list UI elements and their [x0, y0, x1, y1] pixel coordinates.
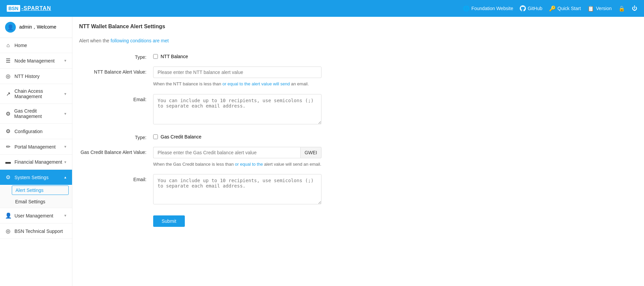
sidebar-item-label: Financial Management — [14, 159, 62, 165]
gas-balance-row: Gas Credit Balance Alert Value: GWEI Whe… — [79, 147, 637, 168]
chevron-down-icon: ▼ — [64, 145, 67, 149]
ntt-checkbox-label: NTT Balance — [161, 54, 188, 59]
ntt-email-row: Email: — [79, 94, 637, 125]
config-icon: ⚙ — [5, 128, 11, 134]
sidebar-item-bsn[interactable]: ◎ BSN Technical Support — [0, 223, 72, 239]
gas-balance-input[interactable] — [153, 147, 300, 158]
power-icon[interactable]: ⏻ — [632, 5, 637, 11]
user-icon: 👤 — [5, 212, 11, 219]
sidebar-item-label: Portal Management — [14, 144, 56, 150]
user-welcome: admin，Welcome — [19, 24, 56, 30]
ntt-icon: ◎ — [5, 73, 11, 79]
github-link[interactable]: GitHub — [520, 5, 542, 11]
sidebar-item-label: Node Management — [14, 58, 55, 64]
sidebar-item-label: NTT History — [14, 74, 39, 79]
sidebar-item-config[interactable]: ⚙ Configuration — [0, 124, 72, 139]
lock-icon[interactable]: 🔒 — [618, 5, 625, 12]
system-submenu: Alert Settings Email Settings — [0, 186, 72, 208]
sidebar-item-home[interactable]: ⌂ Home — [0, 38, 72, 53]
gas-email-control — [153, 174, 321, 205]
version-icon: 📋 — [587, 5, 594, 12]
ntt-type-row: Type: NTT Balance — [79, 52, 637, 60]
sidebar: 👤 admin，Welcome ⌂ Home ☰ Node Management — [0, 17, 72, 286]
sidebar-menu: ⌂ Home ☰ Node Management ▼ ◎ — [0, 38, 72, 239]
chevron-down-icon: ▼ — [64, 160, 67, 164]
gas-checkbox-label: Gas Credit Balance — [161, 134, 201, 139]
page-title: NTT Wallet Balance Alert Settings — [79, 24, 637, 33]
ntt-email-label: Email: — [79, 94, 153, 102]
chevron-down-icon: ▼ — [64, 92, 67, 96]
github-icon — [520, 5, 526, 11]
home-icon: ⌂ — [5, 42, 11, 48]
sidebar-item-node[interactable]: ☰ Node Management ▼ — [0, 53, 72, 69]
system-icon: ⚙ — [5, 174, 11, 180]
alert-settings-link[interactable]: Alert Settings — [12, 186, 69, 195]
sidebar-item-label: Gas Credit Management — [14, 108, 64, 119]
gas-balance-desc: When the Gas Credit balance is less than… — [153, 161, 321, 168]
gas-balance-input-group: GWEI — [153, 147, 321, 158]
header: BSN -SPARTAN 🌐 Foundation Website GitHub… — [0, 0, 644, 17]
gas-checkbox-row: Gas Credit Balance — [153, 132, 321, 139]
node-icon: ☰ — [5, 57, 11, 64]
ntt-checkbox-row: NTT Balance — [153, 52, 321, 59]
ntt-balance-input[interactable] — [153, 67, 321, 78]
gas-type-label: Type: — [79, 132, 153, 140]
chain-icon: ↗ — [5, 91, 11, 97]
sidebar-item-ntt[interactable]: ◎ NTT History — [0, 69, 72, 84]
layout: 👤 admin，Welcome ⌂ Home ☰ Node Management — [0, 17, 644, 286]
sidebar-item-gas[interactable]: ⚙ Gas Credit Management ▼ — [0, 104, 72, 124]
submenu-alert[interactable]: Alert Settings — [0, 186, 72, 195]
chevron-down-icon: ▼ — [64, 214, 67, 217]
ntt-email-textarea[interactable] — [153, 94, 321, 124]
portal-icon: ✏ — [5, 144, 11, 150]
gas-balance-control: GWEI When the Gas Credit balance is less… — [153, 147, 321, 168]
ntt-balance-checkbox[interactable] — [153, 54, 158, 59]
main-content: NTT Wallet Balance Alert Settings Alert … — [72, 17, 644, 286]
gas-balance-checkbox[interactable] — [153, 134, 158, 139]
ntt-type-control: NTT Balance — [153, 52, 321, 59]
gas-balance-label: Gas Credit Balance Alert Value: — [79, 147, 153, 155]
key-icon: 🔑 — [549, 5, 556, 12]
version-link[interactable]: 📋 Version — [587, 5, 612, 12]
type-label: Type: — [79, 52, 153, 60]
ntt-balance-label: NTT Balance Alert Value: — [79, 67, 153, 75]
gas-type-control: Gas Credit Balance — [153, 132, 321, 139]
alert-description: Alert when the following conditions are … — [79, 38, 637, 43]
avatar: 👤 — [5, 22, 16, 33]
sidebar-item-label: System Settings — [14, 175, 48, 180]
sidebar-item-chain[interactable]: ↗ Chain AccessManagement ▼ — [0, 84, 72, 104]
submit-button[interactable]: Submit — [153, 215, 185, 227]
gas-email-label: Email: — [79, 174, 153, 182]
foundation-website-link[interactable]: 🌐 Foundation Website — [463, 5, 513, 12]
gas-email-textarea[interactable] — [153, 174, 321, 204]
sidebar-item-user[interactable]: 👤 User Management ▼ — [0, 208, 72, 223]
logo-spartan: -SPARTAN — [22, 5, 51, 11]
logo-bsn: BSN — [7, 5, 20, 12]
chevron-up-icon: ▲ — [64, 175, 67, 179]
email-settings-link[interactable]: Email Settings — [0, 196, 72, 208]
submenu-email[interactable]: Email Settings — [0, 196, 72, 208]
ntt-balance-row: NTT Balance Alert Value: When the NTT ba… — [79, 67, 637, 87]
submit-row: Submit — [79, 212, 637, 227]
ntt-email-control — [153, 94, 321, 125]
ntt-balance-control: When the NTT balance is less than or equ… — [153, 67, 321, 87]
sidebar-item-financial[interactable]: ▬ Financial Management ▼ — [0, 155, 72, 170]
ntt-balance-desc: When the NTT balance is less than or equ… — [153, 81, 321, 87]
sidebar-item-label: Configuration — [14, 129, 42, 134]
globe-icon: 🌐 — [463, 5, 470, 12]
gas-icon: ⚙ — [5, 111, 11, 117]
sidebar-item-label: Chain AccessManagement — [14, 88, 43, 99]
gas-email-row: Email: — [79, 174, 637, 205]
financial-icon: ▬ — [5, 159, 11, 165]
gwei-suffix: GWEI — [300, 147, 321, 158]
sidebar-item-system[interactable]: ⚙ System Settings ▲ Alert Settings Email… — [0, 170, 72, 208]
header-nav: 🌐 Foundation Website GitHub 🔑 Quick Star… — [463, 5, 637, 12]
sidebar-item-label: Home — [14, 43, 27, 48]
quickstart-link[interactable]: 🔑 Quick Start — [549, 5, 581, 12]
chevron-down-icon: ▼ — [64, 59, 67, 63]
logo[interactable]: BSN -SPARTAN — [7, 5, 51, 12]
sidebar-item-portal[interactable]: ✏ Portal Management ▼ — [0, 139, 72, 155]
sidebar-item-label: BSN Technical Support — [14, 229, 63, 234]
sidebar-user: 👤 admin，Welcome — [0, 17, 72, 38]
gas-type-row: Type: Gas Credit Balance — [79, 132, 637, 140]
